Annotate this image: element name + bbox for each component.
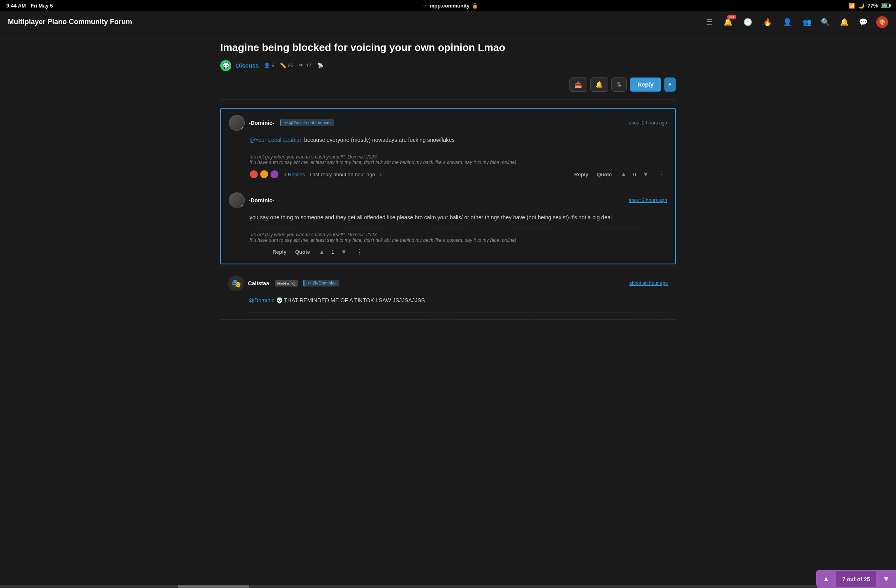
post-2-more-button[interactable]: ⋮ xyxy=(353,247,365,257)
notification-badge: 99+ xyxy=(727,15,736,19)
post-1-username[interactable]: -Dominic- xyxy=(249,120,274,126)
bottom-pagination-bar: ▲ 7 out of 25 ▼ xyxy=(816,570,896,588)
hamburger-button[interactable]: ☰ xyxy=(705,16,714,28)
views-icon: 👁 xyxy=(299,62,304,68)
horizontal-scrollbar[interactable] xyxy=(0,585,817,588)
post-3-body: @Dominic 💀 THAT REMINDED ME OF A TIKTOK … xyxy=(228,296,668,305)
reply-avatar-3 xyxy=(270,170,279,179)
post-1-time: about 2 hours ago xyxy=(629,120,667,126)
post-2-username[interactable]: -Dominic- xyxy=(249,197,274,204)
sort-icon: ⇅ xyxy=(616,81,622,88)
bookmark-button[interactable]: 📤 xyxy=(569,77,587,92)
post-2-quote-button[interactable]: Quote xyxy=(293,247,312,256)
sort-button[interactable]: ⇅ xyxy=(611,77,627,92)
post-2-upvote-button[interactable]: ▲ xyxy=(316,248,327,256)
post-3-body-text: THAT REMINDED ME OF A TIKTOK I SAW JSJJS… xyxy=(284,297,425,303)
users-icon: 👤 xyxy=(264,62,270,68)
battery-icon xyxy=(881,4,890,8)
post-2-footer: Reply Quote ▲ 1 ▼ ⋮ xyxy=(229,243,667,257)
posts-icon: ✏️ xyxy=(280,62,286,68)
post-1-more-button[interactable]: ⋮ xyxy=(655,169,667,179)
reply-dropdown-button[interactable]: ▾ xyxy=(664,77,676,92)
rss-icon: 📡 xyxy=(317,62,323,68)
post-2-vote-section: ▲ 1 ▼ xyxy=(316,248,350,256)
post-2-avatar xyxy=(229,192,245,208)
post-1-body-text: because everyone (mostly) nowadays are f… xyxy=(304,137,455,143)
reply-avatar-1 xyxy=(250,170,258,179)
dots-icon: ··· xyxy=(423,3,427,9)
post-1-vote-count: 0 xyxy=(631,172,639,177)
users-button[interactable]: 👥 xyxy=(801,16,813,28)
category-icon: 💬 xyxy=(220,60,231,71)
main-content: Imagine being blocked for voicing your o… xyxy=(211,33,685,328)
post-3-reply-tag: ↩ @-Dominic- xyxy=(303,280,338,286)
category-name[interactable]: Discuss xyxy=(236,62,259,69)
time: 9:44 AM xyxy=(6,3,26,9)
topic-toolbar: 📤 🔔 ⇅ Reply ▾ xyxy=(220,77,676,92)
battery-label: 77% xyxy=(868,3,878,9)
highlighted-posts-box: -Dominic- ↩ @Your-Local-Lesbian about 2 … xyxy=(220,108,676,264)
post-2-reply-button[interactable]: Reply xyxy=(270,247,289,256)
post-1-sig-line1: "its not gay when you wanna smash yourse… xyxy=(250,154,667,160)
status-bar: 9:44 AM Fri May 5 ··· mpp.community 🔒 📶 … xyxy=(0,0,896,11)
user-avatar-nav[interactable]: 🎨 xyxy=(876,16,888,28)
post-2-sig-line2: If u have sum to say abt me, at least sa… xyxy=(250,237,667,243)
history-button[interactable]: 🕐 xyxy=(742,16,754,28)
scroll-bottom-button[interactable]: ▼ xyxy=(876,570,896,588)
page-title: Imagine being blocked for voicing your o… xyxy=(220,41,676,55)
post-1-reply-button[interactable]: Reply xyxy=(572,170,590,179)
scrollbar-thumb xyxy=(178,585,249,588)
users-count: 6 xyxy=(272,62,274,68)
post-1-footer: 3 Replies Last reply about an hour ago ›… xyxy=(229,165,667,179)
post-1-body: @Your-Local-Lesbian because everyone (mo… xyxy=(229,136,667,144)
reply-avatar-2 xyxy=(260,170,268,179)
notifications-button[interactable]: 🔔 99+ xyxy=(722,16,734,28)
bookmark-icon: 📤 xyxy=(575,81,582,88)
bell-icon: 🔔 xyxy=(595,81,603,88)
alerts-button[interactable]: 🔔 xyxy=(838,16,850,28)
post-3-header: 🎭 Calistaa HEHE >:) ↩ @-Dominic- about a… xyxy=(228,275,668,291)
post-1-quote-button[interactable]: Quote xyxy=(595,170,614,179)
bell-button[interactable]: 🔔 xyxy=(590,77,608,92)
post-1-reply-avatars xyxy=(250,170,279,179)
post-1-header: -Dominic- ↩ @Your-Local-Lesbian about 2 … xyxy=(229,115,667,131)
post-2-header: -Dominic- about 2 hours ago xyxy=(229,192,667,208)
reply-button[interactable]: Reply xyxy=(630,77,661,92)
post-2-downvote-button[interactable]: ▼ xyxy=(338,248,350,256)
post-1-downvote-button[interactable]: ▼ xyxy=(640,170,651,179)
site-title: Multiplayer Piano Community Forum xyxy=(8,18,698,26)
post-1-replies-link[interactable]: 3 Replies xyxy=(284,172,305,177)
post-3-avatar: 🎭 xyxy=(228,275,244,291)
post-2-signature: "its not gay when you wanna smash yourse… xyxy=(229,228,667,243)
trending-button[interactable]: 🔥 xyxy=(762,16,773,28)
post-2-actions: Reply Quote ▲ 1 ▼ ⋮ xyxy=(270,247,365,257)
post-1-vote-section: ▲ 0 ▼ xyxy=(618,170,651,179)
user-button[interactable]: 👤 xyxy=(781,16,793,28)
post-2: -Dominic- about 2 hours ago you say one … xyxy=(221,186,675,263)
notification-icon: 🔔 xyxy=(724,18,732,26)
post-1-upvote-button[interactable]: ▲ xyxy=(618,170,629,179)
divider xyxy=(220,100,676,100)
post-1: -Dominic- ↩ @Your-Local-Lesbian about 2 … xyxy=(221,109,675,186)
post-2-body: you say one thing to someone and they ge… xyxy=(229,213,667,222)
post-3-username[interactable]: Calistaa xyxy=(248,280,269,286)
search-button[interactable]: 🔍 xyxy=(819,16,831,28)
post-2-sig-line1: "its not gay when you wanna smash yourse… xyxy=(250,232,667,237)
post-3-tag: HEHE >:) xyxy=(275,280,298,286)
post-3-time: about an hour ago xyxy=(629,281,668,286)
post-1-reply-tag: ↩ @Your-Local-Lesbian xyxy=(280,119,334,126)
skull-emoji: 💀 xyxy=(276,297,284,303)
online-indicator-2 xyxy=(241,204,244,208)
post-1-mention[interactable]: @Your-Local-Lesbian xyxy=(250,137,302,143)
post-1-actions: Reply Quote ▲ 0 ▼ ⋮ xyxy=(572,169,667,179)
post-3-mention[interactable]: @Dominic xyxy=(249,297,274,303)
lock-icon: 🔒 xyxy=(472,3,478,9)
nav-icons: ☰ 🔔 99+ 🕐 🔥 👤 👥 xyxy=(705,16,813,28)
messages-button[interactable]: 💬 xyxy=(857,16,869,28)
post-2-vote-count: 1 xyxy=(329,249,337,255)
topic-meta: 💬 Discuss 👤 6 ✏️ 25 👁 17 📡 xyxy=(220,60,676,71)
chevron-right-icon: › xyxy=(380,171,382,177)
scroll-top-button[interactable]: ▲ xyxy=(816,570,836,588)
post-2-time: about 2 hours ago xyxy=(629,198,667,203)
pagination-display: 7 out of 25 xyxy=(836,571,876,587)
